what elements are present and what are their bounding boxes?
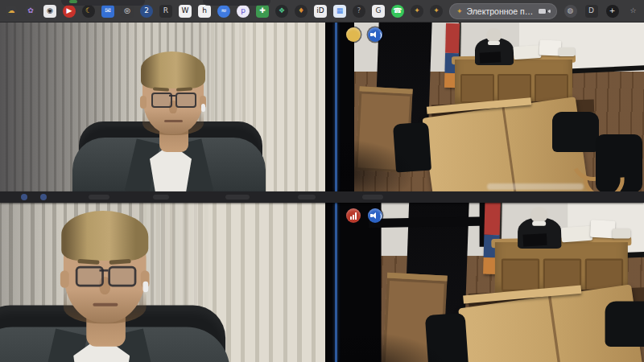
ear <box>140 96 147 109</box>
eyebrow <box>153 87 169 91</box>
judge-laptop <box>523 233 547 246</box>
participant-name-label <box>487 183 584 190</box>
participant-status-badge[interactable] <box>346 27 361 42</box>
black-chair <box>605 302 644 348</box>
participant-scene <box>0 22 325 191</box>
courtroom-video-tile[interactable] <box>338 203 644 362</box>
blurred-favicon <box>89 195 109 200</box>
crescent-tab-icon[interactable]: ☾ <box>82 5 95 18</box>
call-frame-bottom <box>0 203 644 362</box>
black-chair <box>596 134 642 191</box>
pinned-tabs-strip: ☁✿◉▶☾✉◎2RWh≈p✚❖♦iD▦?G☎✦✦ <box>0 5 443 18</box>
participant-face <box>142 54 204 134</box>
judge-head <box>530 207 547 222</box>
green-diamond-tab-icon[interactable]: ❖ <box>275 5 288 18</box>
earbud-icon <box>143 282 149 293</box>
tile-status-badges <box>346 27 382 42</box>
p-app-tab-icon[interactable]: p <box>237 5 250 18</box>
eyebrow <box>176 87 192 91</box>
coat-of-arms-eagle-icon: ✦ <box>456 7 463 15</box>
profile-avatar-icon[interactable]: ◍ <box>564 5 577 18</box>
courtroom-video-tile[interactable] <box>338 22 644 191</box>
blurred-favicon <box>21 194 27 200</box>
cloud-tab-icon[interactable]: ☁ <box>5 5 18 18</box>
tab-title: Электронное пр… <box>467 6 535 16</box>
browser-controls: ◍D+☆@ <box>564 5 644 18</box>
eagle-emblem-tab-icon[interactable]: ✦ <box>411 5 423 18</box>
id-tab-icon[interactable]: iD <box>314 5 327 18</box>
judge-collar <box>488 41 500 45</box>
mail-tab-icon[interactable]: ✉ <box>101 5 114 18</box>
photos-tab-icon[interactable]: ▦ <box>333 5 346 18</box>
extension-d-icon[interactable]: D <box>585 5 598 18</box>
eyeglasses <box>151 93 196 106</box>
statuette-tab-icon[interactable]: ♦ <box>295 5 308 18</box>
active-tab[interactable]: ✦ Электронное пр… <box>449 3 557 19</box>
blue-divider-line <box>335 22 337 191</box>
maps-2-tab-icon[interactable]: 2 <box>140 5 153 18</box>
blue-divider-line <box>335 203 337 362</box>
window-top-shape <box>203 0 270 6</box>
blurred-favicon <box>40 194 47 200</box>
blurred-tab-bar <box>0 191 644 203</box>
ear <box>60 270 69 288</box>
participant-video-tile[interactable] <box>0 203 325 362</box>
participant-video-tile[interactable] <box>0 22 325 191</box>
help-tab-icon[interactable]: ? <box>353 5 365 18</box>
tile-status-badges <box>346 208 382 223</box>
mouth <box>164 120 183 122</box>
w-app-tab-icon[interactable]: W <box>179 5 192 18</box>
floor-shadow <box>338 334 445 362</box>
blurred-favicon <box>362 195 383 200</box>
speaker-audio-badge[interactable] <box>368 27 382 42</box>
new-tab-icon[interactable]: + <box>606 5 619 18</box>
judge-collar <box>532 221 546 226</box>
purple-app-tab-icon[interactable]: ✿ <box>24 5 37 18</box>
browser-tab-bar: ☁✿◉▶☾✉◎2RWh≈p✚❖♦iD▦?G☎✦✦ ✦ Электронное п… <box>0 0 644 23</box>
blurred-favicon <box>298 195 316 200</box>
plus-green-tab-icon[interactable]: ✚ <box>256 5 269 18</box>
blurred-favicon <box>225 195 250 200</box>
eagle-emblem-tab-icon[interactable]: ✦ <box>430 5 443 18</box>
eyebrow <box>77 259 99 265</box>
camera-app-tab-icon[interactable]: ◎ <box>121 5 134 18</box>
courtroom-scene <box>338 22 644 191</box>
r-app-tab-icon[interactable]: R <box>159 5 172 18</box>
eyebrow <box>109 259 131 265</box>
phone-chat-tab-icon[interactable]: ☎ <box>391 5 404 18</box>
bookmark-star-icon[interactable]: ☆ <box>627 5 640 18</box>
judge-laptop <box>480 51 502 63</box>
g-app-tab-icon[interactable]: G <box>372 5 385 18</box>
mouth <box>93 303 118 306</box>
connection-signal-badge[interactable] <box>346 208 361 223</box>
screen: ☁✿◉▶☾✉◎2RWh≈p✚❖♦iD▦?G☎✦✦ ✦ Электронное п… <box>0 0 644 362</box>
video-play-tab-icon[interactable]: ▶ <box>63 5 76 18</box>
black-chair <box>552 112 599 152</box>
participant-face <box>64 214 147 323</box>
eyeglasses <box>74 266 135 285</box>
contacts-tab-icon[interactable]: ◉ <box>43 5 56 18</box>
earbud-icon <box>201 104 205 112</box>
speaker-audio-badge[interactable] <box>368 208 382 223</box>
waves-tab-icon[interactable]: ≈ <box>217 5 230 18</box>
blurred-favicon <box>153 195 169 200</box>
participant-scene <box>0 203 310 362</box>
judge-head <box>486 28 502 42</box>
window-top-speck <box>69 0 77 3</box>
courtroom-scene <box>363 203 644 362</box>
h-app-tab-icon[interactable]: h <box>198 5 211 18</box>
call-frame-top <box>0 22 644 191</box>
floor-shadow <box>338 141 411 191</box>
camera-in-use-icon <box>539 8 550 14</box>
